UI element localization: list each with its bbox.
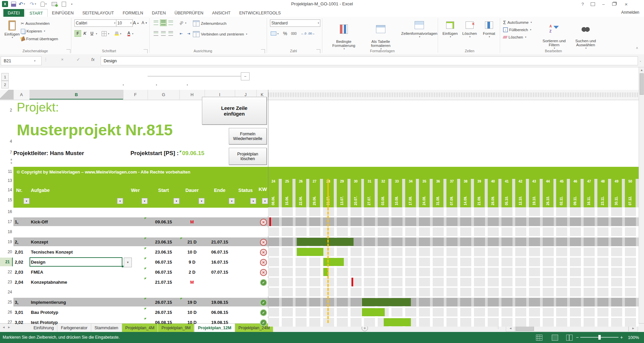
accounting-format-icon[interactable] [270, 30, 277, 37]
sheet-nav-right-icon[interactable]: ► [7, 326, 11, 329]
merge-center-button[interactable]: Verbinden und zentrieren▾ [193, 31, 247, 38]
cell-task[interactable]: Konzept [31, 237, 121, 247]
vertical-scrollbar[interactable]: ▲ [639, 67, 644, 324]
cell-styles-button[interactable]: Zellenformatvorlagen▾ [401, 19, 438, 38]
filter-dropdown-icon[interactable]: ▼ [142, 198, 148, 204]
outline-level-2-button[interactable]: 2 [1, 81, 9, 88]
restore-formulas-button[interactable]: Formeln Wiederherstelle [229, 128, 267, 144]
cell-nr[interactable]: 2,02 [15, 257, 29, 267]
row-header-25[interactable]: 25 [0, 299, 14, 305]
borders-icon[interactable] [101, 30, 107, 37]
cell-task[interactable]: test Prototyp [31, 317, 121, 327]
cell-end[interactable] [205, 217, 235, 227]
alignment-dialog-launcher[interactable] [261, 49, 265, 53]
row-header-26[interactable]: 26 [0, 310, 14, 315]
shrink-font-button[interactable]: A▾ [142, 19, 147, 26]
status-error-icon[interactable]: ✕ [260, 259, 267, 266]
tab-formeln[interactable]: FORMELN [118, 9, 148, 17]
collapse-ribbon-icon[interactable]: ˄ [636, 46, 638, 50]
tab-start[interactable]: START [25, 9, 48, 17]
bold-button[interactable]: F [74, 30, 81, 37]
fill-button[interactable]: ↓ Füllbereich▾ [503, 26, 531, 33]
redo-icon[interactable]: ↷▾ [30, 1, 36, 7]
status-ok-icon[interactable]: ✓ [260, 319, 267, 326]
cell-start[interactable]: 23.06.15 [148, 247, 179, 257]
cell-duration[interactable]: M [179, 277, 205, 287]
autosum-button[interactable]: ΣAutoSumme▾ [503, 19, 532, 26]
filter-dropdown-icon[interactable]: ▼ [250, 198, 256, 204]
cell-end[interactable]: 19.08.15 [205, 297, 235, 307]
column-header-F[interactable]: F [123, 90, 148, 99]
tab-daten[interactable]: DATEN [148, 9, 170, 17]
wrap-text-button[interactable]: Zeilenumbruch [193, 20, 226, 27]
sheet-nav-left-icon[interactable]: ◄ [1, 326, 6, 329]
tab-einfügen[interactable]: EINFÜGEN [48, 9, 78, 17]
cell-dropdown-icon[interactable]: ▼ [124, 258, 132, 267]
orientation-dropdown-icon[interactable]: ▾ [185, 22, 186, 24]
select-all-corner[interactable] [0, 90, 14, 99]
status-ok-icon[interactable]: ✓ [260, 309, 267, 316]
row-header-14[interactable]: 14 [0, 188, 14, 192]
cell-end[interactable] [205, 277, 235, 287]
outline-level-1-button[interactable]: 1 [1, 73, 9, 81]
zoom-in-icon[interactable]: + [619, 334, 624, 340]
underline-dropdown-icon[interactable]: ▾ [96, 32, 97, 35]
cell-end[interactable]: 07.07.15 [205, 267, 235, 277]
cell-task[interactable]: Implementierung [31, 297, 121, 307]
cell-nr[interactable]: 3, [15, 297, 29, 307]
row-header-23[interactable]: 23 [0, 279, 14, 285]
delete-cells-button[interactable]: × Löschen▾ [461, 19, 479, 38]
ribbon-display-options-icon[interactable] [588, 1, 597, 7]
row-header-2[interactable]: 2 [0, 108, 14, 113]
project-start-value[interactable]: 09.06.15 [182, 150, 204, 157]
cell-nr[interactable]: 2,04 [15, 277, 29, 287]
cell-nr[interactable]: 2,01 [15, 247, 29, 257]
page-layout-view-icon[interactable] [552, 335, 558, 341]
save-icon[interactable] [10, 1, 17, 7]
tab-entwicklertools[interactable]: ENTWICKLERTOOLS [235, 9, 285, 17]
status-error-icon[interactable]: ✕ [260, 249, 267, 256]
gantt-bar[interactable] [297, 248, 323, 256]
fill-color-dropdown-icon[interactable]: ▾ [120, 32, 121, 35]
filter-dropdown-icon[interactable]: ▼ [23, 198, 30, 204]
tab-ansicht[interactable]: ANSICHT [208, 9, 235, 17]
outline-collapse-button[interactable]: − [241, 72, 250, 80]
help-icon[interactable]: ? [578, 1, 587, 7]
cell-duration[interactable]: M [179, 217, 205, 227]
filter-dropdown-icon[interactable]: ▼ [173, 198, 179, 204]
cell-start[interactable]: 21.07.15 [148, 277, 179, 287]
cell-task[interactable]: Kick-Off [31, 217, 121, 227]
cell-duration[interactable]: 21 D [179, 237, 205, 247]
align-right-icon[interactable] [167, 30, 174, 37]
row-header-13[interactable]: 13 [0, 178, 14, 183]
italic-button[interactable]: K [82, 30, 88, 37]
cell-start[interactable]: 26.07.15 [148, 307, 179, 317]
column-header-B[interactable]: B [30, 90, 123, 99]
gantt-bar[interactable] [297, 238, 354, 246]
decrease-indent-icon[interactable]: ⇤ [178, 30, 184, 37]
filter-dropdown-icon[interactable]: ▼ [262, 198, 268, 204]
normal-view-icon[interactable] [536, 335, 542, 341]
column-header-G[interactable]: G [148, 90, 180, 99]
cell-start[interactable]: 06.07.15 [148, 267, 179, 277]
cell-end[interactable]: 06.07.15 [205, 247, 235, 257]
gantt-bar[interactable] [384, 318, 411, 326]
zoom-out-icon[interactable]: − [575, 334, 580, 340]
print-preview-icon[interactable] [60, 1, 67, 7]
underline-button[interactable]: U [89, 30, 95, 37]
undo-icon[interactable]: ↶▾ [18, 1, 25, 7]
touch-mode-icon[interactable]: ▾ [40, 1, 47, 7]
row-header-19[interactable]: 19 [0, 239, 14, 245]
cell-nr[interactable]: 3,01 [15, 307, 29, 317]
gantt-bar[interactable] [362, 298, 411, 306]
formula-input[interactable]: Design [101, 56, 638, 65]
cell-end[interactable]: 16.07.15 [205, 257, 235, 267]
status-ok-icon[interactable]: ✓ [260, 279, 267, 286]
cell-duration[interactable]: 19 D [179, 297, 205, 307]
fx-icon[interactable]: fx [91, 57, 95, 62]
borders-dropdown-icon[interactable]: ▾ [108, 32, 109, 35]
sort-filter-button[interactable]: A Z Sortieren und Filtern▾ [539, 19, 569, 50]
paste-button[interactable]: Einfügen▾ [3, 19, 21, 39]
cell-task[interactable]: Bau Prototyp [31, 307, 121, 317]
row-header-18[interactable]: 18 [0, 229, 14, 234]
